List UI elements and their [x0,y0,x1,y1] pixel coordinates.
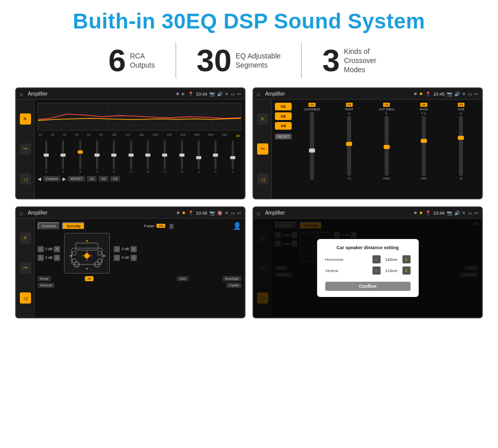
xo-phat-label: PHAT [346,108,354,111]
fader-body-content: − 0 dB + − 0 dB + [38,233,241,274]
eq-sidebar-speaker-icon[interactable]: ◁ [20,173,31,185]
eq-slider-6[interactable]: 0 [123,140,139,173]
xo-body: ≡ 〜 ◁ U1 U2 U3 RESET [254,100,482,198]
eq-reset-btn[interactable]: RESET [68,176,85,182]
eq-slider-1[interactable]: 0 [39,140,54,173]
fader-db-val-2: 0 dB [45,256,52,259]
fader-plus-3[interactable]: + [131,246,137,252]
eq-sidebar-eq-icon[interactable]: ≡ [20,113,31,125]
dialog-pin-icon: 📍 [425,211,431,216]
dialog-horizontal-plus[interactable]: + [402,255,411,263]
fader-sidebar-speaker-icon[interactable]: ◁ [20,292,31,304]
fader-db-row-4: − 0 dB + [114,255,136,261]
dialog-time: 10:46 [433,211,445,216]
fader-rearleft-btn[interactable]: RearLeft [38,283,54,288]
fader-x-icon: ✕ [225,211,229,216]
fader-sidebar-eq-icon[interactable]: ≡ [20,232,31,244]
xo-tab-u2[interactable]: U2 [275,112,292,120]
eq-prev-icon[interactable]: ◀ [38,176,41,182]
eq-slider-12[interactable]: -1 [225,140,240,173]
eq-sliders: 0 0 5 0 0 0 0 0 0 -1 0 -1 [38,140,241,173]
xo-content: U1 U2 U3 RESET ON LOUDNESS [275,103,479,180]
eq-u2-btn[interactable]: U2 [99,176,108,182]
fader-plus-1[interactable]: + [54,246,60,252]
dialog-confirm-button[interactable]: Confirm [325,282,411,291]
xo-tab-u1[interactable]: U1 [275,103,292,110]
xo-app-title: Amplifier [265,91,412,97]
fader-profile-icon[interactable]: 👤 [233,222,241,230]
fader-all-btn[interactable]: All [85,276,94,281]
xo-back-icon: ↩ [475,92,479,97]
eq-next-icon[interactable]: ▶ [63,176,66,182]
eq-slider-4[interactable]: 0 [89,140,105,173]
fader-home-icon[interactable]: ⌂ [19,210,23,216]
eq-u1-btn[interactable]: U1 [87,176,97,182]
xo-dot2 [420,93,422,95]
fader-specialty-tab[interactable]: Specialty [62,222,84,230]
eq-slider-11[interactable]: 0 [208,140,223,173]
xo-tab-u3[interactable]: U3 [275,122,292,130]
eq-home-icon[interactable]: ⌂ [19,91,23,97]
dialog-vertical-label: Vertical [325,268,338,273]
fader-minus-2[interactable]: − [38,255,44,261]
fader-minus-1[interactable]: − [38,246,44,252]
fader-rearright-btn[interactable]: RearRight [223,276,241,281]
xo-cutfreq-label: CUT FREQ [379,108,394,111]
fader-right-col: − 0 dB + − 0 dB + [114,246,136,261]
dialog-app-title: Amplifier [265,210,412,216]
xo-cutfreq-slider[interactable] [385,116,389,176]
xo-loudness: ON LOUDNESS [294,103,329,180]
dialog-horizontal-row: Horizontal − 140cm + [325,255,411,263]
fader-user-btn[interactable]: User [177,276,189,281]
dialog-topbar: ⌂ Amplifier 📍 10:46 📷 🔊 ✕ ▭ ↩ [254,207,482,219]
fader-driver-btn[interactable]: Driver [38,276,51,281]
xo-sidebar-wave-icon[interactable]: 〜 [257,143,268,155]
xo-sub-slider[interactable] [459,116,463,176]
svg-text:▲: ▲ [85,238,89,242]
dialog-vertical-minus[interactable]: − [372,266,381,275]
fader-sidebar-wave-icon[interactable]: 〜 [20,262,31,274]
eq-slider-7[interactable]: 0 [140,140,155,173]
fader-common-tab[interactable]: Common [38,222,60,230]
eq-freq-labels: 2532405063 80100125160200 25032040050063… [38,133,241,138]
dialog-rect-icon: ▭ [468,211,473,216]
eq-preset-label: Custom [43,176,60,182]
fader-db-val-4: 0 dB [121,256,129,259]
xo-sidebar-eq-icon[interactable]: ≡ [257,113,268,125]
svg-point-6 [98,251,102,255]
fader-plus-2[interactable]: + [54,255,60,261]
dialog-horizontal-controls: − 140cm + [372,255,411,263]
eq-slider-2[interactable]: 0 [55,140,71,173]
fader-minus-3[interactable]: − [114,246,120,252]
fader-app-title: Amplifier [28,210,174,216]
xo-phat-slider[interactable] [347,116,351,176]
dialog-x-icon: ✕ [462,211,466,216]
fader-time: 10:46 [196,211,207,216]
dialog-cam-icon: 📷 [447,211,452,216]
eq-app-title: Amplifier [28,91,174,97]
xo-sidebar-speaker-icon[interactable]: ◁ [257,173,268,185]
dialog-vertical-plus[interactable]: + [402,266,411,275]
eq-sidebar-wave-icon[interactable]: 〜 [20,143,31,155]
fader-copilot-btn[interactable]: Copilot [227,283,241,288]
fader-plus-4[interactable]: + [131,255,137,261]
eq-slider-9[interactable]: 0 [174,140,190,173]
eq-u3-btn[interactable]: U3 [110,176,120,182]
eq-slider-8[interactable]: 0 [157,140,172,173]
eq-top-icons: 📍 10:44 📷 🔊 ✕ ▭ ↩ [188,92,241,97]
xo-cutfreq: ON CUT FREQ F 100Hz [369,103,404,180]
fader-on-badge: ON [157,224,165,228]
xo-home-icon[interactable]: ⌂ [257,91,260,97]
fader-minus-4[interactable]: − [114,255,120,261]
xo-phat-on: ON [346,103,353,107]
eq-slider-3[interactable]: 5 [73,140,88,173]
eq-screen-card: ⌂ Amplifier ▶ 📍 10:44 📷 🔊 ✕ ▭ ↩ ≡ 〜 [15,87,245,199]
dialog-horizontal-minus[interactable]: − [372,255,381,263]
xo-loudness-slider[interactable] [310,112,314,180]
dialog-screen-card: ⌂ Amplifier 📍 10:46 📷 🔊 ✕ ▭ ↩ ≡ 〜 [253,206,483,318]
eq-slider-5[interactable]: 0 [106,140,121,173]
xo-reset-btn[interactable]: RESET [275,134,292,139]
xo-bass-slider[interactable] [422,116,426,176]
dialog-home-icon[interactable]: ⌂ [257,210,260,216]
eq-slider-10[interactable]: -1 [191,140,206,173]
